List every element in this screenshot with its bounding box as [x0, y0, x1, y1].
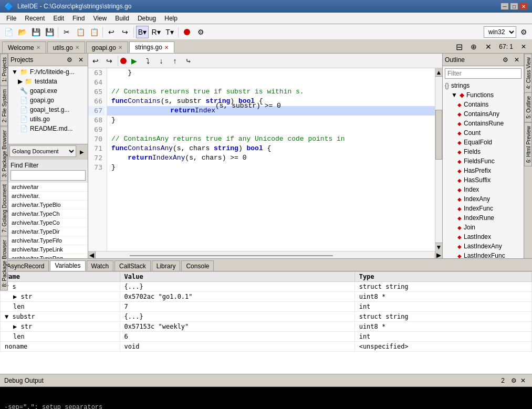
- scroll-left[interactable]: ◀: [88, 251, 96, 259]
- outline-lastindex[interactable]: ◆ LastIndex: [443, 232, 524, 242]
- tab-bookmark[interactable]: ⊟: [453, 40, 465, 53]
- outline-close[interactable]: ✕: [512, 55, 521, 65]
- outline-fieldsfunc[interactable]: ◆ FieldsFunc: [443, 156, 524, 166]
- outline-indexfunc[interactable]: ◆ IndexFunc: [443, 204, 524, 213]
- outline-indexrune[interactable]: ◆ IndexRune: [443, 213, 524, 223]
- outline-fields[interactable]: ◆ Fields: [443, 147, 524, 156]
- doc-more[interactable]: ▶: [77, 145, 87, 158]
- outline-functions-group[interactable]: ▼ ◆ Functions: [443, 90, 524, 100]
- tab-utils[interactable]: utils.go ✕: [47, 41, 85, 53]
- menu-help[interactable]: Help: [160, 14, 182, 23]
- pkg-archive-tar-typebl[interactable]: archive/tar.TypeBlo: [8, 201, 88, 209]
- outline-filter-input[interactable]: [445, 68, 521, 79]
- side-tab-golang[interactable]: 7: Golang Document: [0, 181, 8, 236]
- outline-equalfold[interactable]: ◆ EqualFold: [443, 138, 524, 147]
- stop-debug-button[interactable]: [181, 26, 193, 38]
- var-s-len[interactable]: len 7 int: [1, 302, 532, 312]
- tab-close-all[interactable]: ✕: [482, 40, 495, 53]
- var-noname[interactable]: noname void <unspecified>: [1, 342, 532, 352]
- tree-goapi-go[interactable]: 📄 goapi.go: [9, 96, 87, 105]
- save-button[interactable]: 💾: [29, 26, 42, 38]
- debug-run-to[interactable]: ⤷: [182, 55, 195, 67]
- outline-containsany[interactable]: ◆ ContainsAny: [443, 109, 524, 119]
- menu-recent[interactable]: Recent: [20, 14, 49, 23]
- outline-hasprefix[interactable]: ◆ HasPrefix: [443, 166, 524, 175]
- outline-root[interactable]: {} strings: [443, 81, 524, 90]
- side-tab-classview[interactable]: 4: Class View: [524, 54, 532, 92]
- projects-close[interactable]: ✕: [76, 55, 86, 65]
- tab-close-utils[interactable]: ✕: [75, 45, 79, 50]
- pkg-archive-tar-typeco[interactable]: archive/tar.TypeCo: [8, 218, 88, 227]
- tab-watch[interactable]: Watch: [87, 260, 114, 271]
- tab-close-strings[interactable]: ✕: [164, 45, 169, 50]
- outline-lastindexfunc[interactable]: ◆ LastIndexFunc: [443, 251, 524, 258]
- var-s-str[interactable]: ▶ str 0x5702ac "go1.0.1" uint8 *: [1, 292, 532, 302]
- editor-close-btn[interactable]: ✕: [517, 40, 530, 53]
- horizontal-scrollbar[interactable]: ◀ ▶: [88, 251, 442, 258]
- format-button[interactable]: T▾: [163, 26, 176, 38]
- build-button[interactable]: B▾: [136, 26, 149, 38]
- tree-testdata[interactable]: ▶ 📁 testdata: [9, 77, 87, 86]
- side-tab-filesystem[interactable]: 2: File System: [0, 86, 8, 126]
- side-tab-htmlpreview[interactable]: 6: Html Preview: [524, 122, 532, 166]
- tab-close-goapi[interactable]: ✕: [118, 45, 122, 50]
- tree-root[interactable]: ▼ 📁 F:/vfc/liteide-g...: [9, 67, 87, 77]
- menu-edit[interactable]: Edit: [49, 14, 68, 23]
- copy-button[interactable]: 📋: [74, 26, 87, 38]
- outline-lastindexany[interactable]: ◆ LastIndexAny: [443, 242, 524, 251]
- var-substr-len[interactable]: len 6 int: [1, 332, 532, 342]
- tab-library[interactable]: Library: [152, 260, 181, 271]
- pkg-archive-tar-typere1[interactable]: archive/tar.TypeReg: [8, 254, 88, 258]
- tab-welcome[interactable]: Welcome ✕: [2, 41, 46, 53]
- debug-back[interactable]: ↩: [89, 55, 102, 67]
- debug-step-over[interactable]: ⤵: [141, 55, 154, 67]
- outline-containsrune[interactable]: ◆ ContainsRune: [443, 119, 524, 128]
- outline-config[interactable]: ⚙: [500, 55, 510, 65]
- menu-debug[interactable]: Debug: [133, 14, 160, 23]
- scroll-right[interactable]: ▶: [435, 251, 442, 259]
- cut-button[interactable]: ✂: [60, 26, 73, 38]
- redo-button[interactable]: ↪: [119, 26, 131, 38]
- tab-goapi[interactable]: goapi.go ✕: [86, 41, 128, 53]
- outline-contains[interactable]: ◆ Contains: [443, 100, 524, 109]
- output-close[interactable]: ✕: [518, 376, 528, 385]
- tab-strings[interactable]: strings.go ✕: [129, 41, 174, 53]
- minimize-button[interactable]: ─: [500, 3, 509, 10]
- open-button[interactable]: 📂: [16, 26, 28, 38]
- tab-callstack[interactable]: CallStack: [114, 260, 151, 271]
- var-substr[interactable]: ▼ substr {...} struct string: [1, 312, 532, 322]
- pkg-archive-tar-typedir[interactable]: archive/tar.TypeDir: [8, 227, 88, 236]
- menu-build[interactable]: Build: [111, 14, 133, 23]
- code-editor[interactable]: } // Contains returns true if substr is …: [107, 68, 435, 251]
- run-button[interactable]: R▾: [150, 26, 162, 38]
- tab-asyncrecord[interactable]: AsyncRecord: [2, 260, 49, 271]
- side-tab-projects[interactable]: 1: Projects: [0, 54, 8, 86]
- scroll-up[interactable]: ▲: [435, 68, 442, 77]
- menu-find[interactable]: Find: [68, 14, 89, 23]
- tab-close-welcome[interactable]: ✕: [36, 45, 40, 50]
- tab-variables[interactable]: Variables: [50, 260, 85, 271]
- tree-goapi-exe[interactable]: 🔧 goapi.exe: [9, 86, 87, 96]
- close-button[interactable]: ✕: [519, 3, 528, 10]
- platform-config[interactable]: ⚙: [517, 26, 530, 38]
- side-tab-package2[interactable]: 8: Package Browser: [0, 236, 8, 291]
- scroll-thumb[interactable]: [435, 110, 442, 160]
- maximize-button[interactable]: □: [510, 3, 518, 10]
- pkg-archive-tar-typeli[interactable]: archive/tar.TypeLink: [8, 245, 88, 254]
- save-all-button[interactable]: 💾: [43, 26, 56, 38]
- new-button[interactable]: 📄: [2, 26, 15, 38]
- tree-goapi-test[interactable]: 📄 goapi_test.g...: [9, 105, 87, 114]
- outline-join[interactable]: ◆ Join: [443, 223, 524, 232]
- side-tab-outline[interactable]: 5: Outline: [524, 92, 532, 122]
- platform-select[interactable]: win32: [484, 26, 516, 38]
- var-substr-str[interactable]: ▶ str 0x57153c "weekly" uint8 *: [1, 322, 532, 332]
- pkg-archive-tar2[interactable]: archive/tar.: [8, 192, 88, 201]
- debug-continue[interactable]: ▶: [128, 55, 140, 67]
- more-button[interactable]: ⚙: [194, 26, 207, 38]
- side-tab-package[interactable]: 3: Package Browser: [0, 127, 8, 181]
- undo-button[interactable]: ↩: [105, 26, 118, 38]
- projects-config[interactable]: ⚙: [65, 55, 74, 65]
- vertical-scrollbar[interactable]: ▲ ▼: [435, 68, 442, 251]
- debug-step-into[interactable]: ↓: [155, 55, 168, 67]
- debug-step-out[interactable]: ↑: [169, 55, 181, 67]
